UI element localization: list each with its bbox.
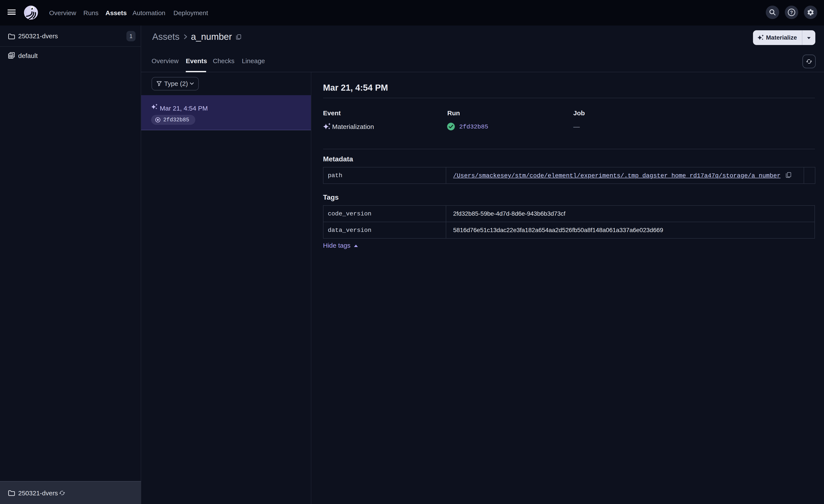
svg-text:?: ? <box>790 10 793 15</box>
